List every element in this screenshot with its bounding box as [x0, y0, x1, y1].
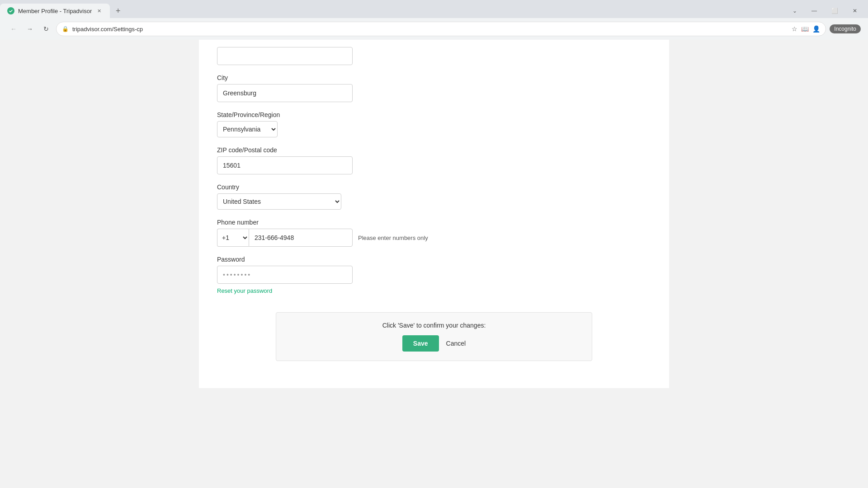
- tab-close-button[interactable]: ✕: [95, 7, 103, 14]
- page-background: City State/Province/Region Pennsylvania …: [0, 40, 868, 488]
- country-select[interactable]: United States: [217, 193, 341, 210]
- close-button[interactable]: ✕: [849, 6, 861, 16]
- back-button[interactable]: ←: [7, 23, 20, 35]
- city-field-group: City: [217, 74, 456, 102]
- password-input[interactable]: [217, 266, 353, 284]
- state-field-group: State/Province/Region Pennsylvania: [217, 111, 456, 137]
- save-bar-wrapper: Click 'Save' to confirm your changes: Sa…: [210, 312, 658, 361]
- content-area: City State/Province/Region Pennsylvania …: [199, 40, 669, 388]
- svg-point-0: [8, 8, 14, 14]
- profile-icon[interactable]: 👤: [812, 25, 820, 33]
- phone-number-input[interactable]: [249, 229, 353, 247]
- form-container: City State/Province/Region Pennsylvania …: [210, 47, 463, 294]
- state-select[interactable]: Pennsylvania: [217, 121, 278, 137]
- phone-field-group: Phone number +1 Please enter numbers onl…: [217, 219, 456, 247]
- cancel-button[interactable]: Cancel: [446, 340, 466, 347]
- state-label: State/Province/Region: [217, 111, 456, 118]
- maximize-button[interactable]: ⬜: [828, 6, 842, 16]
- phone-label: Phone number: [217, 219, 456, 226]
- zip-label: ZIP code/Postal code: [217, 146, 456, 154]
- tab-list-button[interactable]: ⌄: [789, 6, 801, 16]
- forward-button[interactable]: →: [24, 23, 36, 35]
- password-field-group: Password Reset your password: [217, 256, 456, 294]
- country-field-group: Country United States: [217, 183, 456, 210]
- save-bar: Click 'Save' to confirm your changes: Sa…: [276, 312, 592, 361]
- bookmark-star-icon[interactable]: ☆: [792, 25, 797, 33]
- city-input[interactable]: [217, 84, 353, 102]
- zip-field-group: ZIP code/Postal code: [217, 146, 456, 174]
- lock-icon: 🔒: [62, 26, 69, 32]
- tab-bar: Member Profile - Tripadvisor ✕ + ⌄ — ⬜ ✕: [0, 0, 868, 18]
- address-bar-row: ← → ↻ 🔒 tripadvisor.com/Settings-cp ☆ 📖 …: [0, 18, 868, 40]
- phone-hint: Please enter numbers only: [358, 235, 428, 241]
- phone-row: +1 Please enter numbers only: [217, 229, 456, 247]
- active-tab[interactable]: Member Profile - Tripadvisor ✕: [0, 4, 110, 18]
- reset-password-link[interactable]: Reset your password: [217, 287, 456, 294]
- password-label: Password: [217, 256, 456, 263]
- reload-button[interactable]: ↻: [40, 23, 52, 35]
- top-stub-input: [217, 47, 353, 65]
- city-label: City: [217, 74, 456, 81]
- incognito-button[interactable]: Incognito: [830, 24, 861, 33]
- minimize-button[interactable]: —: [808, 6, 821, 16]
- phone-code-select[interactable]: +1: [217, 229, 249, 247]
- zip-input[interactable]: [217, 156, 353, 174]
- country-label: Country: [217, 183, 456, 191]
- save-button[interactable]: Save: [402, 335, 439, 352]
- url-text: tripadvisor.com/Settings-cp: [72, 26, 788, 33]
- reader-mode-icon[interactable]: 📖: [801, 25, 809, 33]
- tab-title: Member Profile - Tripadvisor: [18, 8, 92, 14]
- address-bar[interactable]: 🔒 tripadvisor.com/Settings-cp ☆ 📖 👤: [56, 22, 826, 36]
- new-tab-button[interactable]: +: [112, 5, 124, 17]
- tab-favicon: [7, 7, 14, 14]
- window-controls: ⌄ — ⬜ ✕: [789, 6, 868, 16]
- save-bar-prompt: Click 'Save' to confirm your changes:: [303, 322, 565, 329]
- save-bar-actions: Save Cancel: [303, 335, 565, 352]
